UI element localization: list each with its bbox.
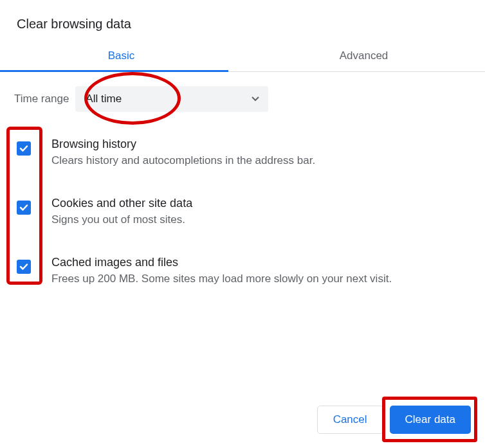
option-title: Cached images and files [51,256,392,269]
dialog-title: Clear browsing data [0,0,485,43]
option-text: Cookies and other site data Signs you ou… [51,197,192,228]
footer: Cancel Clear data [317,406,471,434]
checkbox-browsing-history[interactable] [17,141,31,156]
option-cookies: Cookies and other site data Signs you ou… [14,197,471,228]
chevron-down-icon [252,96,259,102]
time-range-select[interactable]: All time [75,86,268,112]
checkbox-cache[interactable] [17,260,31,274]
option-text: Cached images and files Frees up 200 MB.… [51,256,392,287]
clear-data-button[interactable]: Clear data [390,406,471,434]
option-text: Browsing history Clears history and auto… [51,138,315,168]
tab-basic[interactable]: Basic [0,43,243,71]
option-desc: Clears history and autocompletions in th… [51,154,315,168]
option-cache: Cached images and files Frees up 200 MB.… [14,256,471,287]
tabs: Basic Advanced [0,43,485,72]
time-range-value: All time [86,93,122,105]
option-desc: Frees up 200 MB. Some sites may load mor… [51,272,392,287]
cancel-button[interactable]: Cancel [317,406,383,434]
tab-advanced[interactable]: Advanced [243,43,485,71]
time-range-label: Time range [14,93,69,105]
option-title: Cookies and other site data [51,197,192,210]
content: Time range All time Browsing history Cle… [0,72,485,287]
option-browsing-history: Browsing history Clears history and auto… [14,138,471,168]
option-title: Browsing history [51,138,315,151]
checkbox-cookies[interactable] [17,201,31,215]
option-desc: Signs you out of most sites. [51,213,192,228]
time-range-row: Time range All time [14,86,471,112]
